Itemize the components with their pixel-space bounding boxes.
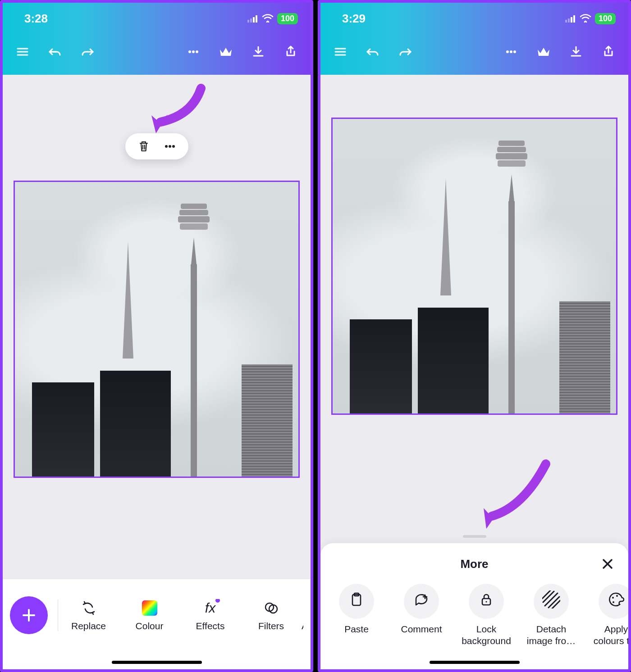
toolbar — [3, 34, 311, 75]
svg-rect-13 — [568, 18, 570, 23]
paste-action[interactable]: Paste — [324, 584, 389, 647]
share-button[interactable] — [599, 43, 617, 61]
action-label-line2: background — [462, 635, 511, 647]
context-pill — [125, 133, 188, 159]
comment-action[interactable]: Comment — [389, 584, 454, 647]
action-label-line2: image fro… — [527, 635, 576, 647]
tool-label: Effects — [196, 621, 225, 631]
signal-icon — [565, 12, 576, 26]
tool-label: Replace — [71, 621, 106, 631]
status-right: 100 — [565, 12, 616, 26]
svg-rect-0 — [247, 20, 249, 23]
svg-rect-14 — [571, 17, 572, 23]
app-header: 3:28 100 — [3, 3, 311, 75]
status-bar: 3:28 100 — [3, 3, 311, 34]
filters-tool[interactable]: Filters — [241, 599, 302, 631]
annotation-arrow — [138, 84, 210, 140]
action-label-line1: Lock — [462, 623, 511, 635]
filters-icon — [263, 599, 279, 617]
sheet-header: More — [320, 551, 628, 577]
svg-point-25 — [616, 595, 618, 597]
svg-point-22 — [485, 601, 487, 603]
svg-rect-2 — [253, 17, 255, 23]
battery-badge: 100 — [277, 13, 298, 24]
palette-icon — [608, 591, 624, 610]
app-header: 3:29 100 — [320, 3, 628, 75]
effects-icon: fx — [205, 599, 215, 617]
action-label-line2: colours t… — [594, 635, 631, 647]
notification-dot — [215, 599, 220, 603]
svg-rect-12 — [565, 20, 567, 23]
left-screenshot: 3:28 100 — [0, 0, 313, 672]
crown-button[interactable] — [217, 43, 235, 61]
svg-point-9 — [172, 145, 175, 148]
svg-point-8 — [169, 145, 171, 148]
svg-point-5 — [192, 50, 195, 53]
download-button[interactable] — [567, 43, 585, 61]
wifi-icon — [262, 12, 274, 26]
add-button[interactable] — [10, 596, 48, 634]
selected-image[interactable] — [14, 181, 300, 478]
canvas-area[interactable]: More Paste Comment — [320, 75, 628, 669]
selected-image[interactable] — [331, 118, 617, 415]
svg-point-16 — [506, 50, 509, 53]
svg-rect-1 — [250, 18, 252, 23]
sheet-handle[interactable] — [463, 535, 486, 538]
svg-point-4 — [188, 50, 191, 53]
replace-icon — [81, 599, 97, 617]
replace-tool[interactable]: Replace — [58, 599, 119, 631]
tool-label: Colour — [136, 621, 164, 631]
more-header-button[interactable] — [502, 43, 520, 61]
share-button[interactable] — [282, 43, 300, 61]
home-indicator — [112, 661, 202, 664]
effects-tool[interactable]: fx Effects — [180, 599, 241, 631]
detach-image-action[interactable]: Detach image fro… — [519, 584, 584, 647]
svg-rect-3 — [256, 15, 257, 23]
truncated-tool[interactable]: A — [302, 599, 303, 631]
action-label: Comment — [401, 623, 442, 635]
undo-button[interactable] — [46, 43, 64, 61]
svg-point-6 — [196, 50, 198, 53]
svg-point-24 — [613, 601, 614, 603]
download-button[interactable] — [249, 43, 267, 61]
signal-icon — [247, 12, 258, 26]
menu-button[interactable] — [14, 43, 32, 61]
lock-background-action[interactable]: Lock background — [454, 584, 519, 647]
close-button[interactable] — [599, 556, 616, 572]
battery-badge: 100 — [595, 13, 616, 24]
bottom-toolbar: Replace Colour fx Effects — [3, 579, 311, 669]
sheet-title: More — [460, 557, 488, 571]
status-time: 3:29 — [342, 12, 366, 26]
more-sheet: More Paste Comment — [320, 543, 628, 670]
canvas-area[interactable]: Replace Colour fx Effects — [3, 75, 311, 669]
clipboard-icon — [349, 592, 364, 610]
menu-button[interactable] — [331, 43, 349, 61]
sheet-actions: Paste Comment Lock background — [320, 577, 628, 647]
annotation-arrow — [474, 458, 555, 536]
photo-content — [333, 119, 616, 413]
home-indicator — [430, 661, 520, 664]
delete-button[interactable] — [137, 140, 151, 153]
crown-button[interactable] — [535, 43, 553, 61]
hatch-icon — [542, 590, 560, 611]
action-label: Paste — [344, 623, 369, 635]
more-options-button[interactable] — [163, 140, 177, 153]
status-bar: 3:29 100 — [320, 3, 628, 34]
lock-icon — [479, 592, 494, 610]
apply-colours-action[interactable]: Apply colours t… — [584, 584, 631, 647]
tool-label: Filters — [258, 621, 284, 631]
right-screenshot: 3:29 100 — [318, 0, 631, 672]
redo-button[interactable] — [396, 43, 414, 61]
toolbar — [320, 34, 628, 75]
colour-tool[interactable]: Colour — [119, 599, 180, 631]
status-time: 3:28 — [24, 12, 48, 26]
action-label-line1: Apply — [594, 623, 631, 635]
undo-button[interactable] — [364, 43, 382, 61]
tool-label: A — [302, 621, 303, 631]
redo-button[interactable] — [78, 43, 96, 61]
svg-rect-15 — [573, 15, 575, 23]
more-header-button[interactable] — [184, 43, 202, 61]
svg-point-18 — [513, 50, 516, 53]
svg-point-23 — [612, 597, 614, 599]
photo-content — [15, 182, 298, 477]
